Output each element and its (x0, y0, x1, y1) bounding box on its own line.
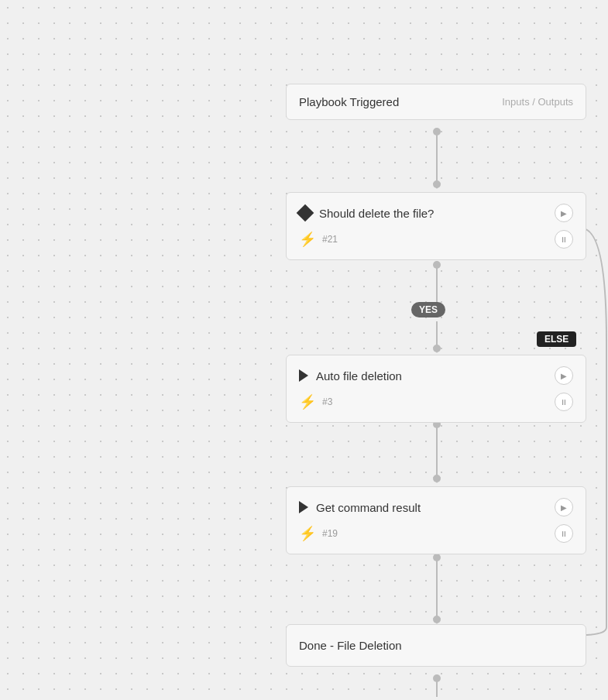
done-header: Done - File Deletion (299, 639, 573, 652)
trigger-node: Playbook Triggered Inputs / Outputs (286, 84, 586, 120)
condition-header: Should delete the file? ▶ (299, 204, 573, 222)
action2-footer: ⚡ #19 ⏸ (299, 524, 573, 543)
action2-lightning: ⚡ #19 (299, 525, 338, 542)
svg-marker-17 (433, 347, 441, 353)
svg-point-13 (433, 616, 441, 623)
svg-point-12 (433, 554, 441, 561)
action2-title: Get command result (316, 501, 421, 514)
condition-play-btn[interactable]: ▶ (555, 204, 573, 222)
svg-point-4 (433, 261, 441, 269)
action2-header: Get command result ▶ (299, 498, 573, 516)
condition-node: Should delete the file? ▶ ⚡ #21 ⏸ (286, 192, 586, 260)
action1-node: Auto file deletion ▶ ⚡ #3 ⏸ (286, 355, 586, 423)
lightning-icon-2: ⚡ (299, 393, 316, 410)
svg-point-10 (433, 475, 441, 482)
svg-point-14 (433, 674, 441, 682)
action1-lightning: ⚡ #3 (299, 393, 332, 410)
action1-title-area: Auto file deletion (299, 369, 402, 383)
condition-badge: #21 (322, 234, 338, 245)
action1-title: Auto file deletion (316, 369, 402, 383)
svg-point-1 (433, 128, 441, 136)
svg-point-2 (433, 180, 441, 188)
action2-pause-btn[interactable]: ⏸ (555, 524, 573, 543)
play-icon-2: ▶ (561, 372, 567, 380)
condition-title-area: Should delete the file? (299, 207, 434, 220)
action2-play-btn[interactable]: ▶ (555, 498, 573, 516)
action1-play-btn[interactable]: ▶ (555, 366, 573, 385)
condition-pause-btn[interactable]: ⏸ (555, 230, 573, 249)
pause-icon-3: ⏸ (560, 530, 568, 538)
action1-header: Auto file deletion ▶ (299, 366, 573, 385)
trigger-inputs-outputs[interactable]: Inputs / Outputs (502, 96, 573, 108)
svg-marker-18 (433, 477, 441, 483)
chevron-icon-1 (299, 369, 308, 382)
play-icon: ▶ (561, 209, 567, 218)
chevron-icon-2 (299, 501, 308, 513)
action2-node: Get command result ▶ ⚡ #19 ⏸ (286, 486, 586, 554)
trigger-header: Playbook Triggered Inputs / Outputs (299, 95, 573, 108)
pause-icon-1: ⏸ (560, 235, 568, 244)
lightning-icon-1: ⚡ (299, 231, 316, 248)
lightning-icon-3: ⚡ (299, 525, 316, 542)
svg-marker-19 (433, 618, 441, 624)
pause-icon-2: ⏸ (560, 398, 568, 407)
yes-badge: YES (411, 302, 445, 317)
action2-title-area: Get command result (299, 501, 421, 514)
yes-label: YES (419, 304, 438, 315)
condition-title: Should delete the file? (319, 207, 434, 220)
done-title: Done - File Deletion (299, 639, 402, 652)
svg-marker-16 (433, 183, 441, 189)
else-badge: ELSE (537, 331, 576, 347)
play-icon-3: ▶ (561, 503, 567, 512)
svg-point-6 (433, 345, 441, 352)
done-node: Done - File Deletion (286, 624, 586, 667)
action2-badge: #19 (322, 528, 338, 539)
condition-lightning: ⚡ #21 (299, 231, 338, 248)
trigger-title: Playbook Triggered (299, 95, 399, 108)
else-label: ELSE (544, 334, 568, 345)
action1-footer: ⚡ #3 ⏸ (299, 393, 573, 411)
condition-footer: ⚡ #21 ⏸ (299, 230, 573, 249)
action1-pause-btn[interactable]: ⏸ (555, 393, 573, 411)
action1-badge: #3 (322, 396, 332, 407)
diamond-icon (297, 204, 314, 222)
